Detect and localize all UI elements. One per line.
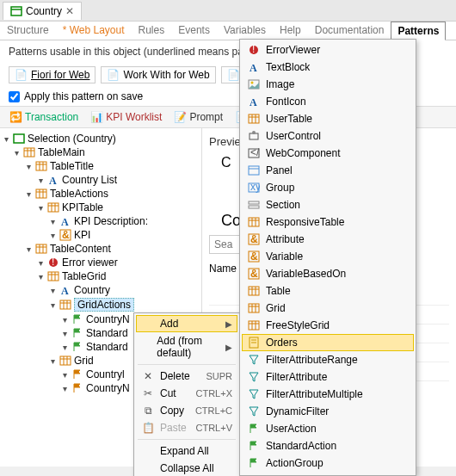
pattern-fiori-for-web[interactable]: 📄 Fiori for Web <box>9 66 96 83</box>
add-menu-item[interactable]: !ErrorViewer <box>242 41 414 59</box>
document-tab-bar: Country ✕ <box>0 0 456 22</box>
document-tab-country[interactable]: Country ✕ <box>3 2 82 20</box>
add-menu-item[interactable]: Grid <box>242 300 414 317</box>
expand-icon[interactable]: ▾ <box>60 370 69 380</box>
tree-node[interactable]: ▾!Error viewer <box>2 256 200 269</box>
toolbar-prompt[interactable]: 📝 Prompt <box>169 109 227 125</box>
expand-icon[interactable]: ▾ <box>48 286 57 295</box>
expand-icon[interactable]: ▾ <box>60 329 69 338</box>
tab-structure[interactable]: Structure <box>0 21 56 40</box>
add-menu-item-label: Panel <box>266 164 293 176</box>
add-menu-item[interactable]: Orders <box>242 334 414 351</box>
add-menu-item[interactable]: ActionGroup <box>242 454 414 472</box>
context-menu-item[interactable]: Add (from default)▶ <box>136 332 237 362</box>
svg-text:&: & <box>250 268 258 280</box>
tree-node[interactable]: ▾TableTitle <box>2 159 200 173</box>
context-menu-item[interactable]: ✕DeleteSUPR <box>136 368 237 385</box>
context-menu-item[interactable]: Add▶ <box>136 315 237 332</box>
context-menu-item[interactable]: ✂CutCTRL+X <box>136 385 237 402</box>
add-menu-item[interactable]: ATextBlock <box>242 59 414 76</box>
add-menu-item[interactable]: UserTable <box>242 110 414 127</box>
expand-icon[interactable]: ▾ <box>48 356 57 366</box>
amp-icon: & <box>247 250 261 263</box>
flag-icon <box>247 422 261 436</box>
expand-icon[interactable]: ▾ <box>60 384 69 393</box>
add-menu-item[interactable]: FilterAttributeRange <box>242 351 414 368</box>
tab-help[interactable]: Help <box>273 21 308 40</box>
tab-documentation[interactable]: Documentation <box>308 21 391 40</box>
add-menu-item[interactable]: ResponsiveTable <box>242 213 414 231</box>
close-icon[interactable]: ✕ <box>65 5 74 17</box>
tree-node[interactable]: ▾TableGrid <box>2 269 200 283</box>
tree-node[interactable]: ▾ACountry <box>2 283 200 297</box>
add-menu-item[interactable]: FilterAttribute <box>242 368 414 386</box>
context-menu-item[interactable]: Expand All <box>136 442 237 460</box>
tree-node[interactable]: ▾TableMain <box>2 145 200 159</box>
expand-icon[interactable]: ▾ <box>24 189 33 199</box>
tab-variables[interactable]: Variables <box>217 21 273 40</box>
add-menu-item[interactable]: Section <box>242 196 414 213</box>
context-menu-item[interactable]: ⧉CopyCTRL+C <box>136 402 237 419</box>
svg-rect-72 <box>249 287 259 295</box>
expand-icon[interactable]: ▾ <box>48 300 57 310</box>
add-menu-item[interactable]: FreeStyleGrid <box>242 317 414 334</box>
tab-patterns[interactable]: Patterns <box>391 22 446 40</box>
pattern-work-with-for-web[interactable]: 📄 Work With for Web <box>101 66 215 83</box>
apply-pattern-checkbox[interactable] <box>9 91 20 102</box>
tree-root[interactable]: ▾ Selection (Country) <box>2 132 200 145</box>
add-menu-item[interactable]: &Variable <box>242 248 414 265</box>
add-menu-item[interactable]: Panel <box>242 162 414 179</box>
expand-icon[interactable]: ▾ <box>36 176 45 185</box>
expand-icon[interactable]: ▾ <box>36 272 45 281</box>
expand-icon[interactable]: ▾ <box>48 231 57 240</box>
menu-item-label: Add (from default) <box>157 335 220 359</box>
add-menu-item[interactable]: </>WebComponent <box>242 145 414 162</box>
svg-rect-3 <box>24 148 34 157</box>
add-menu-item-label: VariableBasedOn <box>266 268 346 280</box>
tree-node[interactable]: ▾GridActions <box>2 297 200 312</box>
menu-item-label: Paste <box>160 422 187 434</box>
add-menu-item[interactable]: UserControl <box>242 127 414 145</box>
add-menu-item[interactable]: DynamicFilter <box>242 403 414 420</box>
expand-icon[interactable]: ▾ <box>24 162 33 171</box>
expand-icon[interactable]: ▾ <box>24 244 33 254</box>
add-menu-item[interactable]: StandardAction <box>242 437 414 454</box>
add-menu-item[interactable]: Table <box>242 282 414 300</box>
tab-rules[interactable]: Rules <box>132 21 172 40</box>
table-icon <box>23 146 35 158</box>
add-menu-item[interactable]: AFontIcon <box>242 93 414 110</box>
tree-node[interactable]: ▾TableContent <box>2 242 200 256</box>
expand-icon[interactable]: ▾ <box>60 343 69 352</box>
expand-icon[interactable]: ▾ <box>36 203 45 213</box>
tree-node[interactable]: ▾&KPI <box>2 228 200 242</box>
svg-rect-48 <box>249 114 259 123</box>
flago-icon <box>71 382 83 394</box>
svg-text:A: A <box>61 216 69 227</box>
add-menu-item-label: Section <box>266 199 300 211</box>
add-menu-item[interactable]: &Attribute <box>242 231 414 248</box>
context-menu-item[interactable]: Collapse All <box>136 460 237 476</box>
expand-icon[interactable]: ▾ <box>36 258 45 268</box>
tree-node[interactable]: ▾KPITable <box>2 201 200 214</box>
toolbar-transaction[interactable]: 🔁 Transaction <box>5 109 83 125</box>
add-menu-item-label: Group <box>266 182 294 194</box>
expand-icon[interactable]: ▾ <box>60 315 69 325</box>
expand-icon[interactable]: ▾ <box>12 148 21 158</box>
tree-node-label: GridActions <box>74 298 134 312</box>
add-menu-item[interactable]: xyGroup <box>242 179 414 196</box>
expand-icon[interactable]: ▾ <box>48 217 57 226</box>
add-menu-item[interactable]: Image <box>242 76 414 93</box>
add-menu-item[interactable]: UserAction <box>242 420 414 437</box>
collapse-icon[interactable]: ▾ <box>2 134 10 144</box>
tree-node[interactable]: ▾ACountry List <box>2 173 200 187</box>
add-menu-item[interactable]: &VariableBasedOn <box>242 265 414 282</box>
add-menu-item[interactable]: Tabs <box>242 472 414 476</box>
add-menu-item[interactable]: FilterAttributeMultiple <box>242 386 414 403</box>
apply-pattern-label: Apply this pattern on save <box>24 90 143 102</box>
tree-node[interactable]: ▾TableActions <box>2 187 200 201</box>
tab-web-layout[interactable]: * Web Layout <box>56 21 132 40</box>
tree-node[interactable]: ▾AKPI Description: <box>2 214 200 228</box>
toolbar-kpi-worklist[interactable]: 📊 KPI Worklist <box>86 109 166 125</box>
submenu-arrow-icon: ▶ <box>225 343 232 352</box>
tab-events[interactable]: Events <box>171 21 217 40</box>
